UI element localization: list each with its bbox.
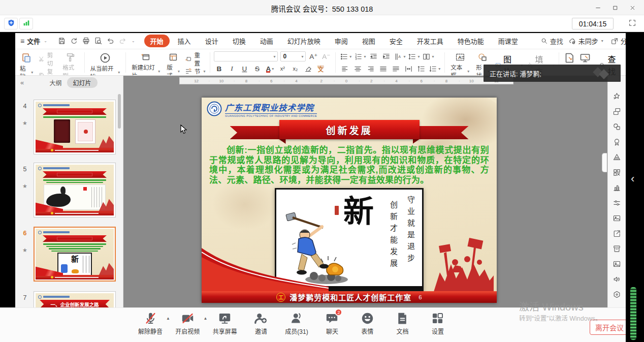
textbox-button[interactable]: A= 文本框▾ xyxy=(449,51,471,74)
bullet-list-button[interactable]: ▾ xyxy=(340,51,351,61)
slide-properties-button[interactable] xyxy=(563,52,575,66)
slide-switch-icon[interactable] xyxy=(613,107,621,116)
tab-视图[interactable]: 视图 xyxy=(356,35,381,47)
sound-icon[interactable] xyxy=(613,275,621,284)
undo-icon[interactable] xyxy=(106,37,115,45)
members-button[interactable]: 成员(31) xyxy=(285,312,308,335)
align-center-button[interactable] xyxy=(352,64,363,74)
format-painter-button[interactable]: 格式刷 xyxy=(61,51,80,74)
security-shield-button[interactable] xyxy=(4,18,18,29)
reset-slide-button[interactable]: 重置 xyxy=(185,51,206,67)
docs-button[interactable]: 文档 xyxy=(392,312,414,335)
pinyin-guide-button[interactable]: wén文 xyxy=(315,64,326,74)
panel-collapse-chevron[interactable]: ‹ xyxy=(631,173,634,184)
slide-thumbnail-4[interactable] xyxy=(34,100,116,154)
char-spacing-button[interactable] xyxy=(403,64,413,74)
material-box-icon[interactable] xyxy=(613,244,621,253)
find-command-button[interactable]: 查找 xyxy=(540,36,563,46)
subscript-button[interactable]: x₂ xyxy=(290,64,300,74)
apps-grid-icon[interactable] xyxy=(613,168,621,177)
medal-icon[interactable] xyxy=(613,138,621,146)
chat-button[interactable]: 2聊天 xyxy=(321,312,343,335)
italic-button[interactable]: I xyxy=(227,64,237,74)
emoji-button[interactable]: 表情 xyxy=(356,312,378,335)
tab-开发工具[interactable]: 开发工具 xyxy=(411,35,449,47)
numbered-list-button[interactable]: ▾ xyxy=(354,51,366,61)
strikethrough-button[interactable]: S xyxy=(252,64,262,74)
decrease-indent-button[interactable] xyxy=(368,51,378,61)
collapse-panel-button[interactable]: « xyxy=(20,79,24,86)
options-expander-icon[interactable]: ▲ xyxy=(166,316,170,321)
file-menu[interactable]: ≡ 文件 ⌄ xyxy=(20,36,47,46)
tab-幻灯片放映[interactable]: 幻灯片放映 xyxy=(281,35,327,47)
tab-动画[interactable]: 动画 xyxy=(254,35,279,47)
adjust-icon[interactable] xyxy=(613,199,621,207)
space-after-button[interactable]: ▾ xyxy=(429,64,440,74)
share-screen-button[interactable]: 共享屏幕 xyxy=(213,312,237,335)
tab-审阅[interactable]: 审阅 xyxy=(329,35,354,47)
settings-button[interactable]: 设置 xyxy=(427,312,449,335)
text-direction-button[interactable]: A▾ xyxy=(394,51,405,61)
tab-安全[interactable]: 安全 xyxy=(383,35,409,47)
unmute-button[interactable]: 解除静音▲ xyxy=(138,312,163,335)
columns-button[interactable]: ▾ xyxy=(422,51,434,61)
superscript-button[interactable]: x² xyxy=(277,64,287,74)
image-library-icon[interactable] xyxy=(613,214,621,223)
space-before-button[interactable] xyxy=(416,64,426,74)
new-slide-button[interactable]: 新建幻灯片▾ xyxy=(130,51,162,74)
tab-插入[interactable]: 插入 xyxy=(172,35,197,47)
align-right-button[interactable] xyxy=(365,64,375,74)
fullscreen-button[interactable] xyxy=(626,18,638,29)
options-expander-icon[interactable]: ▲ xyxy=(203,316,207,321)
slide-thumbnail-6[interactable]: 新 xyxy=(34,227,116,282)
tab-雨课堂[interactable]: 雨课堂 xyxy=(492,35,524,47)
increase-font-button[interactable]: A⁺ xyxy=(308,51,318,61)
cut-button[interactable]: 剪切 xyxy=(38,51,57,67)
undo-history-icon[interactable] xyxy=(70,37,78,45)
justify-button[interactable] xyxy=(378,64,388,74)
minimize-button[interactable] xyxy=(589,0,606,15)
decrease-font-button[interactable]: A⁻ xyxy=(321,51,331,61)
copy-button[interactable]: 复制 xyxy=(38,67,57,76)
cloud-sync-button[interactable]: 未同步▾ xyxy=(568,36,603,46)
slide-canvas[interactable]: 广东工贸职业技术学院 GUANGDONG POLYTECHNIC OF INDU… xyxy=(202,98,497,303)
redo-icon[interactable] xyxy=(118,37,127,45)
clear-format-button[interactable] xyxy=(303,64,313,74)
show-settings-button[interactable] xyxy=(579,52,591,66)
print-preview-icon[interactable] xyxy=(94,37,103,45)
invite-button[interactable]: 邀请 xyxy=(250,312,272,335)
network-quality-button[interactable] xyxy=(19,18,33,29)
tab-切换[interactable]: 切换 xyxy=(227,35,252,47)
bold-button[interactable]: B xyxy=(214,64,224,74)
font-size-select[interactable]: 0▾ xyxy=(280,51,306,61)
paste-button[interactable]: 粘贴▾ xyxy=(18,51,35,74)
close-button[interactable] xyxy=(624,0,641,15)
distribute-button[interactable] xyxy=(391,64,401,74)
thumbnail-scrollbar[interactable] xyxy=(118,94,121,129)
font-color-button[interactable]: A▾ xyxy=(265,64,275,74)
increase-indent-button[interactable] xyxy=(381,51,391,61)
pane-handle[interactable] xyxy=(602,153,607,172)
tab-特色功能[interactable]: 特色功能 xyxy=(452,35,490,47)
start-video-button[interactable]: 开启视频▲ xyxy=(175,312,200,335)
customize-quickbar-icon[interactable]: ⌄ xyxy=(132,39,135,43)
section-button[interactable]: 节▾ xyxy=(185,67,206,75)
ai-beautify-icon[interactable] xyxy=(613,92,621,101)
picture-icon[interactable] xyxy=(613,260,621,268)
tab-outline[interactable]: 大纲 xyxy=(50,78,62,87)
line-spacing-button[interactable]: ▾ xyxy=(408,51,420,61)
maximize-button[interactable] xyxy=(606,0,624,15)
export-icon[interactable] xyxy=(613,229,621,238)
underline-button[interactable]: U xyxy=(239,64,249,74)
align-left-button[interactable] xyxy=(340,64,350,74)
print-icon[interactable] xyxy=(82,37,90,45)
tab-开始[interactable]: 开始 xyxy=(144,35,170,47)
shapes-icon[interactable] xyxy=(613,122,621,131)
save-icon[interactable] xyxy=(57,37,66,45)
plugin-icon[interactable] xyxy=(613,290,621,299)
layout-button[interactable]: 版式▾ xyxy=(165,51,181,74)
chart-icon[interactable] xyxy=(613,183,621,192)
slide-thumbnail-7[interactable]: 一、企业创新发展之路 xyxy=(34,291,116,307)
smartart-icon[interactable] xyxy=(613,153,621,162)
tab-slides[interactable]: 幻灯片 xyxy=(67,77,98,88)
